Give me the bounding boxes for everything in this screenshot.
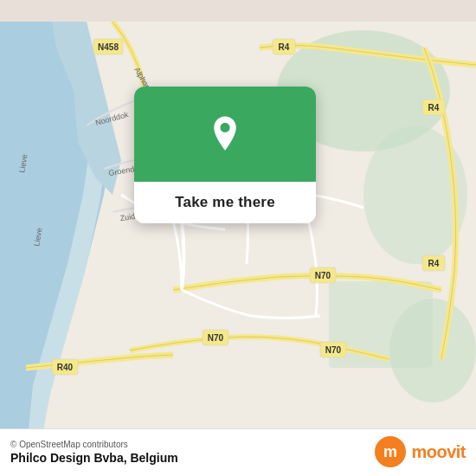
attribution-text: © OpenStreetMap contributors <box>10 440 178 449</box>
svg-text:N70: N70 <box>315 271 331 280</box>
take-me-there-button[interactable]: Take me there <box>134 182 316 223</box>
svg-text:N70: N70 <box>208 333 224 343</box>
svg-text:m: m <box>383 443 397 460</box>
bottom-left: © OpenStreetMap contributors Philco Desi… <box>10 440 178 465</box>
svg-text:R40: R40 <box>57 363 74 372</box>
svg-text:R4: R4 <box>428 103 440 113</box>
moovit-text: moovit <box>411 442 466 462</box>
moovit-icon: m <box>375 436 406 467</box>
bottom-bar: © OpenStreetMap contributors Philco Desi… <box>0 428 476 476</box>
svg-text:R4: R4 <box>279 42 290 52</box>
svg-text:N458: N458 <box>98 42 119 52</box>
moovit-logo: m moovit <box>375 436 466 467</box>
location-pin-icon <box>206 115 244 153</box>
place-name: Philco Design Bvba, Belgium <box>10 451 178 465</box>
svg-point-31 <box>220 123 229 132</box>
map-background: N458 R4 R4 R4 N70 N70 N70 R40 Noorddok G… <box>0 0 476 476</box>
svg-text:N70: N70 <box>325 345 342 355</box>
svg-text:R4: R4 <box>428 259 440 268</box>
cta-card: Take me there <box>134 87 316 223</box>
map-container: N458 R4 R4 R4 N70 N70 N70 R40 Noorddok G… <box>0 0 476 476</box>
cta-map-preview <box>134 87 316 182</box>
